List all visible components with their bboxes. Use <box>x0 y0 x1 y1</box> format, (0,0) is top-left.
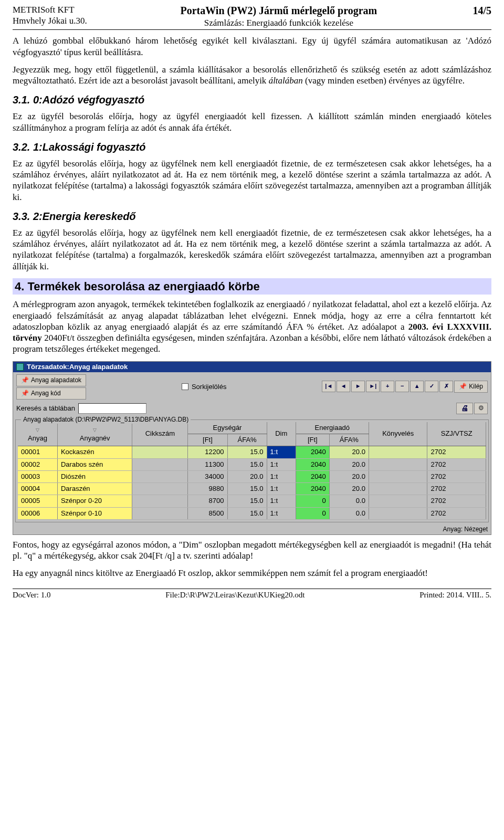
search-input[interactable] <box>78 403 146 414</box>
nav-last-button[interactable]: ►| <box>366 381 380 392</box>
cell[interactable]: 2040 <box>296 458 329 470</box>
col-egysegar-ft[interactable]: [Ft] <box>188 434 227 446</box>
cell[interactable]: 20.0 <box>329 458 369 470</box>
cell[interactable]: 20.0 <box>227 470 267 482</box>
cell[interactable]: 1:t <box>267 507 296 519</box>
cell[interactable]: 0.0 <box>329 507 369 519</box>
cell[interactable]: 11300 <box>188 458 227 470</box>
nav-delete-button[interactable]: − <box>395 381 409 392</box>
table-row[interactable]: 00004Daraszén988015.01:t204020.02702 <box>18 483 486 495</box>
cell[interactable] <box>132 446 188 458</box>
nav-edit-button[interactable]: ▲ <box>410 381 424 392</box>
cell[interactable]: Szénpor 0-10 <box>57 507 132 519</box>
col-dim[interactable]: Dim <box>267 422 296 446</box>
table-row[interactable]: 00003Diószén3400020.01:t204020.02702 <box>18 470 486 482</box>
cell[interactable]: 00004 <box>18 483 57 495</box>
table-row[interactable]: 00002Darabos szén1130015.01:t204020.0270… <box>18 458 486 470</box>
cell[interactable]: 0.0 <box>329 495 369 507</box>
cell[interactable]: 00002 <box>18 458 57 470</box>
col-szj[interactable]: SZJ/VTSZ <box>427 422 486 446</box>
cell[interactable]: 20.0 <box>329 470 369 482</box>
cell[interactable]: 15.0 <box>227 507 267 519</box>
cell[interactable]: 1:t <box>267 470 296 482</box>
cell[interactable]: Kockaszén <box>57 446 132 458</box>
cell[interactable]: 2040 <box>296 470 329 482</box>
cell[interactable]: 2702 <box>427 495 486 507</box>
col-energia-afa[interactable]: ÁFA% <box>329 434 369 446</box>
company-address: Hmvhely Jókai u.30. <box>13 16 87 26</box>
cell[interactable]: 15.0 <box>227 495 267 507</box>
cell[interactable]: 00003 <box>18 470 57 482</box>
cell[interactable]: 20.0 <box>329 483 369 495</box>
table-row[interactable]: 00005Szénpor 0-20870015.01:t00.02702 <box>18 495 486 507</box>
cell[interactable]: 2702 <box>427 470 486 482</box>
settings-button[interactable] <box>474 403 488 414</box>
col-anyagnev[interactable]: ▽Anyagnév <box>57 422 132 446</box>
cell[interactable]: 15.0 <box>227 458 267 470</box>
cell[interactable] <box>369 446 427 458</box>
cell[interactable]: 15.0 <box>227 446 267 458</box>
cell[interactable] <box>369 495 427 507</box>
cell[interactable]: 00006 <box>18 507 57 519</box>
page-footer: DocVer: 1.0 File:D:\R\PW2\Leiras\Kezut\K… <box>13 589 491 600</box>
cell[interactable]: 0 <box>296 507 329 519</box>
kilep-button[interactable]: Kilép <box>454 381 488 393</box>
col-anyag[interactable]: ▽Anyag <box>18 422 57 446</box>
cell[interactable] <box>132 470 188 482</box>
cell[interactable] <box>132 495 188 507</box>
cell[interactable] <box>132 483 188 495</box>
cell[interactable]: Diószén <box>57 470 132 482</box>
cell[interactable]: 2702 <box>427 507 486 519</box>
cell[interactable]: Darabos szén <box>57 458 132 470</box>
doc-version: DocVer: 1.0 <box>13 590 50 600</box>
nav-next-button[interactable]: ► <box>351 381 365 392</box>
cell[interactable]: 20.0 <box>329 446 369 458</box>
company-name: METRISoft KFT <box>13 5 75 15</box>
cell[interactable]: 2040 <box>296 483 329 495</box>
app-subtitle: Számlázás: Energiaadó funkciók kezelése <box>204 18 353 28</box>
nav-add-button[interactable]: + <box>381 381 394 392</box>
cell[interactable]: Szénpor 0-20 <box>57 495 132 507</box>
cell[interactable]: 12200 <box>188 446 227 458</box>
table-row[interactable]: 00001Kockaszén1220015.01:t204020.02702 <box>18 446 486 458</box>
cell[interactable]: 34000 <box>188 470 227 482</box>
cell[interactable]: 2702 <box>427 458 486 470</box>
cell[interactable] <box>132 458 188 470</box>
cell[interactable]: 00005 <box>18 495 57 507</box>
cell[interactable]: 1:t <box>267 483 296 495</box>
cell[interactable]: 2702 <box>427 483 486 495</box>
print-button[interactable] <box>456 403 473 414</box>
sorkijeloles-checkbox[interactable] <box>182 383 188 390</box>
cell[interactable] <box>369 483 427 495</box>
cell[interactable]: 00001 <box>18 446 57 458</box>
cell[interactable]: 8700 <box>188 495 227 507</box>
cell[interactable] <box>132 507 188 519</box>
nav-first-button[interactable]: |◄ <box>322 381 335 392</box>
nav-prev-button[interactable]: ◄ <box>337 381 350 392</box>
cell[interactable]: 9880 <box>188 483 227 495</box>
cell[interactable]: 8500 <box>188 507 227 519</box>
cell[interactable]: 2702 <box>427 446 486 458</box>
cell[interactable]: 15.0 <box>227 483 267 495</box>
cell[interactable]: 1:t <box>267 446 296 458</box>
table-row[interactable]: 00006Szénpor 0-10850015.01:t00.02702 <box>18 507 486 519</box>
col-energia-ft[interactable]: [Ft] <box>296 434 329 446</box>
anyag-kod-button[interactable]: Anyag kód <box>16 387 86 400</box>
cell[interactable]: 1:t <box>267 458 296 470</box>
cell[interactable]: 2040 <box>296 446 329 458</box>
cell[interactable] <box>369 507 427 519</box>
nav-commit-button[interactable]: ✓ <box>425 381 438 392</box>
print-date: Printed: 2014. VIII.. 5. <box>419 590 491 600</box>
colgroup-energiaado: Energiaadó <box>296 422 369 434</box>
cell[interactable] <box>369 458 427 470</box>
anyag-alapadatok-button[interactable]: Anyag alapadatok <box>16 374 86 386</box>
cell[interactable] <box>369 470 427 482</box>
col-konyveles[interactable]: Könyvelés <box>369 422 427 446</box>
nav-cancel-button[interactable]: ✗ <box>439 381 453 392</box>
col-egysegar-afa[interactable]: ÁFA% <box>227 434 267 446</box>
cell[interactable]: 0 <box>296 495 329 507</box>
cell[interactable]: Daraszén <box>57 483 132 495</box>
cell[interactable]: 1:t <box>267 495 296 507</box>
sorkijeloles-label: Sorkijelölés <box>192 383 226 391</box>
col-cikkszam[interactable]: Cikkszám <box>132 422 188 446</box>
